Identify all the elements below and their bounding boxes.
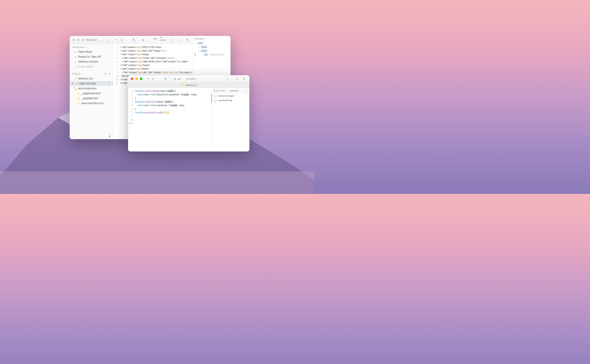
window-title: Welcome (86, 38, 97, 41)
rocket-icon[interactable]: ✦ (115, 38, 118, 41)
file-name: wow-override.scss (81, 102, 104, 105)
reindent-button[interactable]: re-indent ⌄ (186, 78, 198, 80)
arrow-icon: →| (145, 39, 148, 41)
minimize-dot[interactable] (77, 39, 80, 41)
zen-button[interactable]: zen (177, 78, 181, 80)
wrench-icon[interactable]: 🔧 (241, 76, 247, 81)
globe-icon[interactable]: ◍ (174, 77, 176, 80)
new-button[interactable]: new ⌄ (153, 37, 157, 43)
editor-window-secondary: ✦ ◎⌄ ⚙︎ ⌄ ◍ zen re-indent ⌄ # ≡ 🔧 • ⚡ de… (128, 75, 249, 151)
function-icon (214, 94, 217, 98)
hash-icon[interactable]: # (169, 38, 174, 42)
search-icon[interactable]: ⌕ (98, 38, 103, 42)
svg-rect-2 (0, 171, 315, 194)
file-icon: ⚡ (77, 97, 80, 100)
file-name: delirious.css (78, 77, 93, 80)
file-item[interactable]: ⚡_pagehead.html (70, 91, 113, 96)
close-dot[interactable] (72, 39, 75, 41)
files-below[interactable]: ▢5 files below (70, 64, 113, 69)
file-name: _pagehead.html (81, 92, 101, 95)
quick-filter-panel: Quick Filter ⑂ ⓧ randomInteger randomFlo… (211, 88, 249, 151)
file-icon: ⚡ (181, 84, 184, 86)
sidebar-footer: ⑂ ⊕ (70, 133, 113, 139)
globe-icon[interactable]: ◍ (142, 38, 144, 41)
file-item[interactable]: ⚡wow-override.scss (70, 101, 113, 106)
file-item[interactable]: ⚡_pagetail.html (70, 96, 113, 101)
hash-icon[interactable]: # (225, 76, 230, 81)
project-section-header[interactable]: Project › ◐ ⊞ (70, 71, 113, 76)
filter-icon[interactable]: ⑂ (72, 135, 74, 138)
tab-label: delirious.js (185, 84, 197, 86)
function-icon (214, 98, 217, 102)
smile-icon[interactable]: ☺ (105, 38, 110, 42)
traffic-lights[interactable] (131, 78, 142, 80)
line-gutter: 12345678▸1001 (128, 88, 134, 151)
rocket-icon: ✦ (74, 55, 77, 58)
quick-filter-input[interactable] (230, 89, 244, 92)
zoom-dot[interactable] (140, 78, 142, 80)
filter-icon[interactable]: ⑂ (227, 37, 229, 40)
file-item[interactable]: ⚡delirious.css (70, 76, 113, 81)
workspace-item[interactable]: ✦Hello World (70, 49, 113, 54)
gear-icon[interactable]: ⚙︎ ⌄ (132, 38, 137, 42)
preview-icon[interactable]: ◐ (105, 72, 107, 75)
minimize-dot[interactable] (135, 78, 138, 80)
editor-toolbar: ✦ ◎ ⌄ ⚙︎ ⌄ ◍ →| new ⌄ re-indent (113, 36, 192, 44)
wrench-icon[interactable]: 🔧 (185, 38, 191, 42)
file-icon: ⚡ (74, 77, 77, 80)
line-gutter: 1234567891011 (113, 44, 120, 139)
rocket-icon[interactable]: ✦ (147, 77, 149, 80)
file-icon: ⚡ (77, 92, 80, 95)
dropdown-icon[interactable]: ⌄ (126, 39, 127, 41)
file-item[interactable]: ▸ 📁wow.esdynamo (70, 86, 113, 91)
code-editor[interactable]: 12345678▸1001 function randomInteger(low… (128, 88, 211, 151)
grid-icon[interactable]: ⊞ (108, 72, 110, 75)
workspace-item[interactable]: ▸Delirious Airlines (70, 59, 113, 64)
target-icon[interactable]: ◎ (119, 38, 124, 42)
file-name: _pagetail.html (81, 97, 98, 100)
traffic-lights[interactable] (72, 39, 84, 41)
sidebar: Welcome ⌕ ☺ Workspace› ✦Hello World ✦Rea… (70, 36, 113, 139)
zoom-dot[interactable] (81, 39, 84, 41)
target-icon[interactable]: ◎ (150, 76, 156, 81)
file-item[interactable]: ●⚡hello-zen.html↥ (70, 81, 113, 86)
nav-node[interactable]: ▸head (194, 45, 229, 49)
file-name: wow.esdynamo (78, 87, 97, 90)
play-icon: ▸ (74, 60, 77, 63)
rocket-icon: ✦ (74, 51, 77, 53)
file-icon: ⚡ (77, 102, 80, 104)
file-icon: ⚡ (75, 82, 78, 85)
navigator-title: Navigator (194, 37, 205, 40)
list-icon[interactable]: ≡ (178, 38, 183, 42)
file-icon: ▸ 📁 (74, 87, 77, 90)
workspace-item[interactable]: ✦Ready for Take-Off (70, 54, 113, 59)
list-icon[interactable]: ≡ (234, 76, 240, 81)
nav-node[interactable]: div.made.with.zen (195, 53, 229, 57)
stack-icon: ▢ (74, 65, 77, 68)
add-icon[interactable]: ⊕ (108, 135, 111, 138)
reindent-button[interactable]: re-indent ⌄ (160, 36, 167, 44)
close-dot[interactable] (131, 78, 134, 80)
gear-icon[interactable]: ⚙︎ ⌄ (164, 76, 169, 81)
quick-filter-label: Quick Filter (213, 89, 226, 92)
nav-node[interactable]: ▾body (194, 49, 229, 53)
nav-node[interactable]: ▾html (194, 41, 229, 45)
symbol-item[interactable]: randomInteger (211, 94, 249, 98)
filter-icon: ⑂ (227, 89, 229, 92)
tab-bar[interactable]: • ⚡ delirious.js (128, 82, 249, 88)
file-name: hello-zen.html (79, 82, 96, 85)
clear-icon[interactable]: ⓧ (245, 89, 248, 92)
workspace-section-header[interactable]: Workspace› (70, 44, 113, 49)
symbol-item[interactable]: randomFloat (211, 98, 249, 103)
